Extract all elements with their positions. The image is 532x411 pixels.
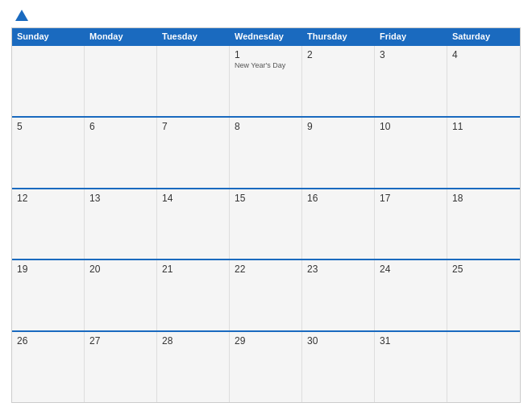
- calendar-cell: 8: [230, 118, 302, 188]
- calendar-cell: 22: [230, 260, 302, 330]
- day-number: 27: [89, 335, 152, 347]
- calendar-cell: 1New Year's Day: [230, 46, 302, 116]
- day-number: 29: [235, 335, 297, 347]
- day-number: 13: [89, 193, 152, 204]
- day-number: 2: [307, 49, 369, 60]
- calendar-body: 1New Year's Day2345678910111213141516171…: [12, 44, 520, 402]
- logo: [11, 8, 31, 23]
- calendar-week: 567891011: [12, 116, 520, 188]
- calendar-cell: 12: [12, 189, 85, 259]
- calendar-cell: [157, 46, 230, 116]
- calendar-cell: 3: [375, 46, 447, 116]
- calendar-cell: 14: [157, 189, 230, 259]
- calendar-week: 262728293031: [12, 330, 520, 402]
- calendar-cell: 5: [12, 118, 85, 188]
- day-number: 30: [307, 335, 369, 347]
- calendar-cell: 28: [157, 332, 230, 402]
- calendar-cell: 21: [157, 260, 230, 330]
- calendar-cell: 20: [85, 260, 157, 330]
- page: SundayMondayTuesdayWednesdayThursdayFrid…: [0, 0, 532, 411]
- calendar-week: 12131415161718: [12, 188, 520, 259]
- calendar-cell: 23: [302, 260, 375, 330]
- day-number: 3: [380, 49, 442, 60]
- calendar-cell: 31: [375, 332, 447, 402]
- calendar-cell: 16: [302, 189, 375, 259]
- day-number: 15: [235, 193, 297, 204]
- calendar-header: [11, 8, 521, 23]
- calendar-cell: 17: [375, 189, 447, 259]
- calendar-cell: 25: [447, 260, 520, 330]
- day-number: 31: [380, 335, 442, 347]
- calendar-cell: 11: [447, 118, 520, 188]
- logo-icon: [15, 8, 29, 23]
- calendar-week: 19202122232425: [12, 259, 520, 330]
- calendar-week: 1New Year's Day234: [12, 44, 520, 116]
- day-number: 20: [89, 264, 152, 275]
- svg-marker-0: [15, 10, 28, 21]
- calendar-cell: 2: [302, 46, 375, 116]
- day-of-week-header: Sunday: [12, 28, 85, 44]
- day-of-week-header: Thursday: [302, 28, 375, 44]
- calendar-cell: 19: [12, 260, 85, 330]
- day-number: 26: [17, 335, 79, 347]
- day-of-week-header: Wednesday: [230, 28, 302, 44]
- calendar-cell: 9: [302, 118, 375, 188]
- day-number: 23: [307, 264, 369, 275]
- day-number: 8: [235, 121, 297, 132]
- calendar-cell: 30: [302, 332, 375, 402]
- day-number: 7: [162, 121, 224, 132]
- day-number: 21: [162, 264, 224, 275]
- calendar-grid: SundayMondayTuesdayWednesdayThursdayFrid…: [11, 27, 521, 403]
- calendar-cell: [447, 332, 520, 402]
- day-number: 5: [17, 121, 79, 132]
- day-number: 4: [452, 49, 515, 60]
- calendar-cell: 24: [375, 260, 447, 330]
- calendar-cell: 10: [375, 118, 447, 188]
- day-number: 1: [235, 49, 297, 60]
- calendar-cell: 26: [12, 332, 85, 402]
- day-of-week-header: Tuesday: [157, 28, 230, 44]
- day-number: 19: [17, 264, 79, 275]
- day-number: 18: [452, 193, 515, 204]
- day-number: 17: [380, 193, 442, 204]
- calendar-cell: 18: [447, 189, 520, 259]
- calendar-cell: 6: [85, 118, 157, 188]
- day-number: 12: [17, 193, 79, 204]
- calendar-cell: 4: [447, 46, 520, 116]
- day-of-week-header: Friday: [375, 28, 447, 44]
- day-number: 14: [162, 193, 224, 204]
- day-of-week-header: Monday: [85, 28, 157, 44]
- day-number: 22: [235, 264, 297, 275]
- day-of-week-header: Saturday: [447, 28, 520, 44]
- day-number: 10: [380, 121, 442, 132]
- day-number: 16: [307, 193, 369, 204]
- day-number: 9: [307, 121, 369, 132]
- calendar-cell: 29: [230, 332, 302, 402]
- calendar-cell: [85, 46, 157, 116]
- calendar-cell: 13: [85, 189, 157, 259]
- days-of-week-row: SundayMondayTuesdayWednesdayThursdayFrid…: [12, 28, 520, 44]
- event-label: New Year's Day: [235, 61, 297, 69]
- calendar-cell: 27: [85, 332, 157, 402]
- calendar-cell: 7: [157, 118, 230, 188]
- calendar-cell: 15: [230, 189, 302, 259]
- day-number: 28: [162, 335, 224, 347]
- day-number: 24: [380, 264, 442, 275]
- day-number: 25: [452, 264, 515, 275]
- calendar-cell: [12, 46, 85, 116]
- day-number: 11: [452, 121, 515, 132]
- day-number: 6: [89, 121, 152, 132]
